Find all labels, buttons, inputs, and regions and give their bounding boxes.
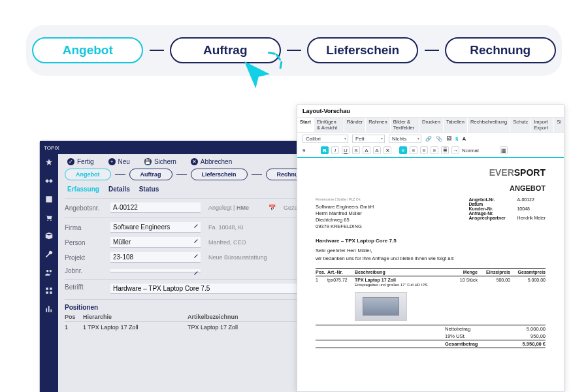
- doc-intro: wir bedanken uns für Ihre Anfrage und bi…: [316, 255, 546, 261]
- chart-icon[interactable]: [44, 304, 54, 314]
- ribbon-tab[interactable]: Tabellen: [444, 118, 467, 132]
- document-page: EVERSPORT ANGEBOT Firmenname | Straße | …: [297, 158, 564, 357]
- flow-step-rechnung[interactable]: Rechnung: [445, 37, 556, 63]
- done-button[interactable]: ✓Fertig: [67, 158, 94, 165]
- cancel-button[interactable]: ✕Abbrechen: [191, 158, 232, 165]
- font-color-button[interactable]: A: [363, 146, 370, 154]
- format-bar: 9 B I U S A A ✕ ≡ ≡ ≡ ≡ ≣ → Normal ▦: [297, 145, 564, 157]
- totals-block: Nettobetrag5.000,00 19% USt.950,00 Gesam…: [316, 325, 546, 348]
- flow-step-auftrag[interactable]: Auftrag: [170, 37, 281, 63]
- font-bar: Calibri Fett Nichts 🔗 📎 🖼 § A: [297, 132, 564, 145]
- font-style-select[interactable]: Nichts: [389, 135, 421, 143]
- jobnr-field[interactable]: [110, 269, 201, 272]
- ribbon-tab[interactable]: Bilder & Textfelder: [391, 118, 419, 132]
- offerno-field[interactable]: A-00122: [110, 203, 201, 213]
- doc-greeting: Sehr geehrter Herr Müller,: [316, 248, 546, 253]
- edit-icon[interactable]: [193, 223, 199, 229]
- clear-format-button[interactable]: ✕: [384, 146, 391, 154]
- highlight-button[interactable]: A: [373, 146, 381, 154]
- label-firma: Firma: [65, 224, 110, 231]
- list-button[interactable]: ≣: [441, 146, 449, 154]
- product-image: [355, 292, 407, 321]
- underline-button[interactable]: U: [342, 146, 350, 154]
- ribbon-tab[interactable]: Ränder: [344, 118, 366, 132]
- label-jobnr: Jobnr.: [65, 267, 110, 274]
- label-betrifft: Betrifft: [65, 284, 110, 294]
- flow-step-lieferschein[interactable]: Lieferschein: [307, 37, 418, 63]
- svg-point-0: [47, 220, 48, 221]
- align-right-button[interactable]: ≡: [420, 146, 428, 154]
- attach-icon[interactable]: 📎: [436, 136, 442, 142]
- ribbon-tab[interactable]: Import Export: [531, 118, 553, 132]
- svg-point-2: [46, 270, 49, 272]
- align-center-button[interactable]: ≡: [410, 146, 417, 154]
- font-family-select[interactable]: Calibri: [302, 135, 348, 143]
- italic-button[interactable]: I: [331, 146, 339, 154]
- ribbon-tab[interactable]: Drucken: [419, 118, 443, 132]
- tab-status[interactable]: Status: [139, 186, 159, 193]
- box-icon[interactable]: [44, 231, 54, 240]
- font-size-select[interactable]: 9: [302, 148, 318, 154]
- tab-erfassung[interactable]: Erfassung: [67, 186, 99, 193]
- indent-button[interactable]: →: [451, 146, 459, 154]
- align-justify-button[interactable]: ≡: [431, 146, 438, 154]
- flow-connector: [425, 50, 439, 51]
- ribbon-tab[interactable]: Schutz: [510, 118, 531, 132]
- layout-preview-window: Layout-Vorschau Start Einfügen & Ansicht…: [297, 105, 564, 392]
- label-projekt: Projekt: [65, 254, 110, 261]
- section-sym-icon[interactable]: §: [455, 136, 458, 142]
- ribbon-tab[interactable]: Rahmen: [366, 118, 389, 132]
- svg-point-1: [50, 220, 52, 221]
- label-offerno: Angebotsnr.: [65, 204, 110, 212]
- doc-subject: Hardware – TPX Laptop Core 7.5: [316, 238, 546, 244]
- insert-row-button[interactable]: ▦: [500, 146, 508, 154]
- ribbon-tab[interactable]: Start: [297, 118, 314, 132]
- firma-field[interactable]: Software Engineers: [110, 222, 201, 233]
- edit-icon[interactable]: [193, 238, 199, 244]
- edit-icon[interactable]: [193, 270, 199, 276]
- label-person: Person: [65, 239, 110, 246]
- bold-button[interactable]: B: [321, 146, 329, 154]
- new-button[interactable]: +Neu: [108, 158, 130, 165]
- projekt-field[interactable]: 23-108: [110, 252, 201, 263]
- edit-icon[interactable]: [193, 253, 199, 259]
- flow-step-angebot[interactable]: Angebot: [32, 37, 143, 63]
- svg-point-3: [50, 270, 52, 272]
- cart-icon[interactable]: [44, 213, 54, 222]
- grid-icon[interactable]: [44, 286, 54, 295]
- link-icon[interactable]: 🔗: [425, 136, 432, 142]
- people-icon[interactable]: [44, 268, 54, 277]
- doc-meta: Angebot-Nr.A-00122 Datum Kunden-Nr.10048…: [468, 197, 546, 230]
- ribbon-tab[interactable]: Si: [554, 118, 564, 132]
- tab-details[interactable]: Details: [108, 186, 130, 193]
- image-icon[interactable]: 🖼: [446, 136, 451, 142]
- preview-title: Layout-Vorschau: [297, 105, 564, 117]
- paragraph-style-select[interactable]: Normal: [462, 148, 497, 154]
- brand-logo: EVERSPORT: [316, 167, 546, 178]
- step-lieferschein[interactable]: Lieferschein: [191, 169, 248, 180]
- sidebar: [40, 154, 58, 392]
- step-auftrag[interactable]: Auftrag: [129, 169, 172, 180]
- cursor-icon: [242, 60, 272, 93]
- currency-icon[interactable]: [44, 195, 54, 204]
- flow-connector: [150, 50, 164, 51]
- strike-button[interactable]: S: [352, 146, 360, 154]
- align-left-button[interactable]: ≡: [399, 146, 407, 154]
- save-button[interactable]: 💾Sichern: [144, 158, 176, 165]
- created-by-label: Angelegt | HMe: [208, 204, 249, 211]
- handshake-icon[interactable]: [44, 176, 54, 186]
- wrench-icon[interactable]: [44, 250, 54, 259]
- process-flow: Angebot Auftrag Lieferschein Rechnung: [26, 25, 562, 76]
- doc-items-table: Pos.Art.-Nr.BeschreibungMengeEinzelpreis…: [316, 268, 546, 288]
- ribbon-tab[interactable]: Rechtschreibung: [468, 118, 510, 132]
- letter-a-icon[interactable]: A: [462, 136, 466, 142]
- doc-heading: ANGEBOT: [316, 184, 546, 192]
- editor-ribbon: Start Einfügen & Ansicht Ränder Rahmen B…: [297, 117, 564, 132]
- table-row: 1tpx075.72TPX Laptop 17 ZollEntspiegelte…: [316, 276, 546, 288]
- font-weight-select[interactable]: Fett: [352, 135, 385, 143]
- ribbon-tab[interactable]: Einfügen & Ansicht: [314, 118, 344, 132]
- person-field[interactable]: Müller: [110, 237, 201, 248]
- step-angebot[interactable]: Angebot: [65, 169, 111, 180]
- projekt-aside: Neue Büroausstattung: [208, 254, 267, 261]
- star-icon[interactable]: [44, 158, 54, 167]
